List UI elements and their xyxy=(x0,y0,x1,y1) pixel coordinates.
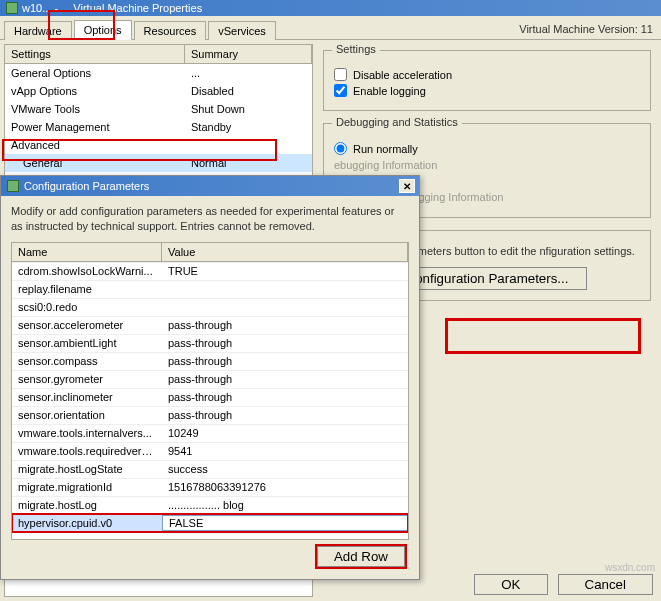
dialog-title: Configuration Parameters xyxy=(24,180,149,192)
dialog-body: Modify or add configuration parameters a… xyxy=(1,196,419,579)
param-value-cell: pass-through xyxy=(162,318,408,332)
param-row[interactable]: sensor.inclinometerpass-through xyxy=(12,388,408,406)
settings-rows: General Options ... vApp Options Disable… xyxy=(5,64,312,190)
param-name-cell: hypervisor.cpuid.v0 xyxy=(12,516,162,530)
settings-row-advanced[interactable]: Advanced xyxy=(5,136,312,154)
radio-run-normally[interactable]: Run normally xyxy=(334,142,640,155)
checkbox-enable-logging[interactable]: Enable logging xyxy=(334,84,640,97)
param-row[interactable]: sensor.compasspass-through xyxy=(12,352,408,370)
param-row[interactable]: sensor.gyrometerpass-through xyxy=(12,370,408,388)
tab-options[interactable]: Options xyxy=(74,20,132,40)
cell: General Options xyxy=(5,65,185,81)
param-value-cell: pass-through xyxy=(162,372,408,386)
param-name-cell: cdrom.showIsoLockWarni... xyxy=(12,264,162,278)
param-name-cell: migrate.hostLogState xyxy=(12,462,162,476)
param-row[interactable]: replay.filename xyxy=(12,280,408,298)
window-title: w10... - ... Virtual Machine Properties xyxy=(22,2,202,14)
watermark: wsxdn.com xyxy=(605,562,655,573)
checkbox-input[interactable] xyxy=(334,68,347,81)
param-name-cell: sensor.ambientLight xyxy=(12,336,162,350)
param-name-cell: replay.filename xyxy=(12,282,162,296)
cell xyxy=(185,143,312,147)
param-value-cell: 9541 xyxy=(162,444,408,458)
param-value-cell: ................. blog xyxy=(162,498,408,512)
dialog-titlebar: Configuration Parameters ✕ xyxy=(1,176,419,196)
param-name-cell: sensor.inclinometer xyxy=(12,390,162,404)
param-row[interactable]: scsi0:0.redo xyxy=(12,298,408,316)
settings-row-general[interactable]: General Normal xyxy=(5,154,312,172)
param-name-cell: scsi0:0.redo xyxy=(12,300,162,314)
param-name-cell: sensor.orientation xyxy=(12,408,162,422)
cell: Standby xyxy=(185,119,312,135)
radio-record-debug: ebugging Information xyxy=(334,159,640,171)
checkbox-input[interactable] xyxy=(334,84,347,97)
add-row-button[interactable]: Add Row xyxy=(317,546,405,567)
cell: Disabled xyxy=(185,83,312,99)
checkbox-disable-accel[interactable]: Disable acceleration xyxy=(334,68,640,81)
tabs-row: Hardware Options Resources vServices Vir… xyxy=(0,16,661,40)
settings-row-general-options[interactable]: General Options ... xyxy=(5,64,312,82)
header-summary[interactable]: Summary xyxy=(185,45,312,63)
param-name-cell: vmware.tools.requiredvers... xyxy=(12,444,162,458)
param-row[interactable]: sensor.accelerometerpass-through xyxy=(12,316,408,334)
param-row[interactable]: migrate.hostLogStatesuccess xyxy=(12,460,408,478)
cell: ... xyxy=(185,65,312,81)
param-name-cell: sensor.gyrometer xyxy=(12,372,162,386)
settings-list-header: Settings Summary xyxy=(5,45,312,64)
param-value-cell: pass-through xyxy=(162,354,408,368)
param-row[interactable]: migrate.migrationId1516788063391276 xyxy=(12,478,408,496)
cell: vApp Options xyxy=(5,83,185,99)
vm-icon xyxy=(6,2,18,14)
param-value-cell: success xyxy=(162,462,408,476)
radio-label: Run normally xyxy=(353,143,418,155)
dialog-footer: Add Row xyxy=(11,540,409,573)
window-titlebar: w10... - ... Virtual Machine Properties xyxy=(0,0,661,16)
ok-button[interactable]: OK xyxy=(474,574,547,595)
group-settings-title: Settings xyxy=(332,43,380,55)
settings-row-vmware-tools[interactable]: VMware Tools Shut Down xyxy=(5,100,312,118)
param-row[interactable]: vmware.tools.requiredvers...9541 xyxy=(12,442,408,460)
param-value-cell: pass-through xyxy=(162,390,408,404)
settings-row-vapp-options[interactable]: vApp Options Disabled xyxy=(5,82,312,100)
dialog-instructions: Modify or add configuration parameters a… xyxy=(11,204,409,234)
param-value-cell: TRUE xyxy=(162,264,408,278)
param-name-cell: vmware.tools.internalvers... xyxy=(12,426,162,440)
param-row[interactable]: migrate.hostLog................. blog xyxy=(12,496,408,514)
param-name-cell: sensor.accelerometer xyxy=(12,318,162,332)
cell: General xyxy=(5,155,185,171)
param-row[interactable]: sensor.ambientLightpass-through xyxy=(12,334,408,352)
tab-resources[interactable]: Resources xyxy=(134,21,207,40)
checkbox-label: Disable acceleration xyxy=(353,69,452,81)
param-value-cell: pass-through xyxy=(162,336,408,350)
config-params-dialog: Configuration Parameters ✕ Modify or add… xyxy=(0,175,420,580)
cell: Power Management xyxy=(5,119,185,135)
tab-hardware[interactable]: Hardware xyxy=(4,21,72,40)
param-value-cell: 1516788063391276 xyxy=(162,480,408,494)
group-debug-title: Debugging and Statistics xyxy=(332,116,462,128)
header-settings[interactable]: Settings xyxy=(5,45,185,63)
settings-row-power-mgmt[interactable]: Power Management Standby xyxy=(5,118,312,136)
param-row[interactable]: hypervisor.cpuid.v0FALSE xyxy=(12,514,408,532)
param-row[interactable]: vmware.tools.internalvers...10249 xyxy=(12,424,408,442)
tab-vservices[interactable]: vServices xyxy=(208,21,276,40)
close-icon[interactable]: ✕ xyxy=(399,179,415,193)
param-name-cell: migrate.migrationId xyxy=(12,480,162,494)
cell: VMware Tools xyxy=(5,101,185,117)
cell: Advanced xyxy=(5,137,185,153)
radio-input[interactable] xyxy=(334,142,347,155)
param-value-cell[interactable]: FALSE xyxy=(162,515,408,531)
header-name[interactable]: Name xyxy=(12,243,162,261)
cell: Shut Down xyxy=(185,101,312,117)
param-name-cell: sensor.compass xyxy=(12,354,162,368)
param-row[interactable]: sensor.orientationpass-through xyxy=(12,406,408,424)
param-row[interactable]: cdrom.showIsoLockWarni...TRUE xyxy=(12,262,408,280)
param-value-cell: pass-through xyxy=(162,408,408,422)
main-footer: OK Cancel xyxy=(474,574,653,595)
cancel-button[interactable]: Cancel xyxy=(558,574,654,595)
vm-version-label: Virtual Machine Version: 11 xyxy=(511,19,661,39)
param-value-cell: 10249 xyxy=(162,426,408,440)
param-value-cell xyxy=(162,306,408,308)
group-settings: Settings Disable acceleration Enable log… xyxy=(323,50,651,111)
cell: Normal xyxy=(185,155,312,171)
header-value[interactable]: Value xyxy=(162,243,408,261)
